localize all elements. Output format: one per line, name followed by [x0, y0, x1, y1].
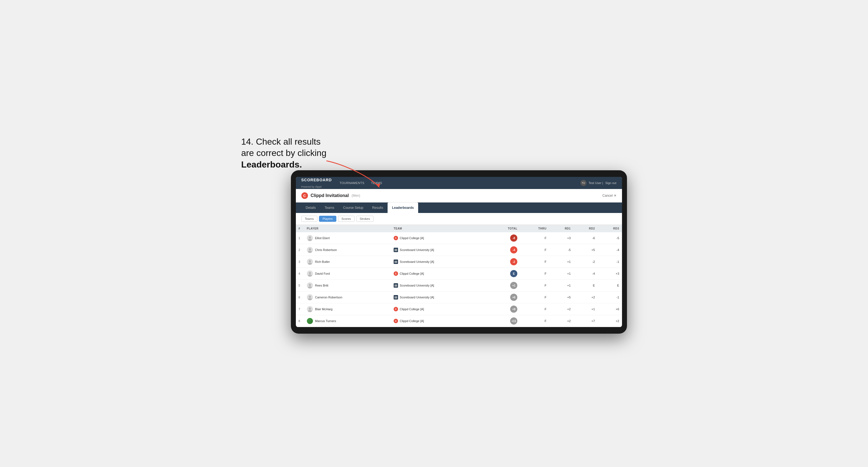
row-pos: 3	[296, 256, 304, 268]
row-total: -2	[488, 256, 520, 268]
tab-results[interactable]: Results	[368, 203, 388, 213]
svg-point-18	[308, 298, 312, 300]
row-team: Scoreboard University [A]	[391, 244, 488, 256]
nav-tournaments[interactable]: TOURNAMENTS	[340, 181, 365, 185]
svg-point-14	[309, 284, 311, 286]
row-team: CClippd College [A]	[391, 232, 488, 244]
col-thru: THRU	[520, 225, 549, 232]
svg-point-8	[309, 260, 311, 262]
sign-out-link[interactable]: Sign out	[605, 181, 616, 185]
svg-point-6	[308, 251, 312, 253]
tournament-title-row: C Clippd Invitational (Men)	[301, 192, 360, 199]
row-pos: 7	[296, 303, 304, 315]
row-player: David Ford	[304, 268, 391, 280]
row-pos: 5	[296, 280, 304, 291]
nav-teams[interactable]: TEAMS	[371, 181, 382, 185]
svg-point-2	[309, 237, 311, 239]
row-rd1: +2	[549, 303, 574, 315]
row-thru: F	[520, 303, 549, 315]
row-pos: 6	[296, 291, 304, 303]
row-pos: 4	[296, 268, 304, 280]
row-thru: F	[520, 280, 549, 291]
row-player: Chris Robertson	[304, 244, 391, 256]
filter-scores[interactable]: Scores	[338, 216, 354, 222]
row-team: CClippd College [A]	[391, 303, 488, 315]
row-rd1: -5	[549, 244, 574, 256]
filter-bar: Teams Players Scores Strokes	[296, 213, 622, 225]
tournament-category: (Men)	[351, 194, 360, 197]
tab-teams[interactable]: Teams	[320, 203, 339, 213]
svg-point-21	[308, 310, 312, 312]
row-total: +9	[488, 303, 520, 315]
user-avatar: TU	[581, 180, 586, 186]
row-thru: F	[520, 268, 549, 280]
tab-course-setup[interactable]: Course Setup	[339, 203, 368, 213]
tournament-logo: C	[301, 192, 308, 199]
col-rd3: RD3	[598, 225, 622, 232]
col-rd1: RD1	[549, 225, 574, 232]
row-team: Scoreboard University [A]	[391, 280, 488, 291]
svg-point-12	[308, 274, 312, 277]
row-rd1: +1	[549, 280, 574, 291]
nav-links: TOURNAMENTS TEAMS	[340, 181, 581, 185]
row-rd2: +2	[574, 291, 598, 303]
cancel-button[interactable]: Cancel ✕	[602, 194, 617, 197]
row-thru: F	[520, 315, 549, 327]
tournament-header: C Clippd Invitational (Men) Cancel ✕	[296, 189, 622, 203]
user-name: Test User |	[589, 181, 603, 185]
row-rd1: +1	[549, 268, 574, 280]
instruction-text: 14. Check all results are correct by cli…	[241, 136, 357, 170]
filter-strokes[interactable]: Strokes	[356, 216, 374, 222]
leaderboard-table: # PLAYER TEAM TOTAL THRU RD1 RD2 RD3	[296, 225, 622, 327]
tablet-screen: SCOREBOARD Powered by clippd TOURNAMENTS…	[296, 177, 622, 327]
row-total: -8	[488, 232, 520, 244]
row-thru: F	[520, 291, 549, 303]
row-rd2: -6	[574, 232, 598, 244]
table-row: 3Rich ButlerScoreboard University [A]-2F…	[296, 256, 622, 268]
row-rd3: +3	[598, 268, 622, 280]
row-player: Marcus Turners	[304, 315, 391, 327]
table-row: 1Elliot EbertCClippd College [A]-8F+3-6-…	[296, 232, 622, 244]
row-total: -4	[488, 244, 520, 256]
table-row: 4David FordCClippd College [A]EF+1-4+3	[296, 268, 622, 280]
tournament-name: Clippd Invitational	[311, 193, 349, 198]
brand-sub: Powered by clippd	[301, 185, 325, 188]
row-rd3: -1	[598, 291, 622, 303]
row-player: Elliot Ebert	[304, 232, 391, 244]
table-row: 8Marcus TurnersCClippd College [A]+11F+2…	[296, 315, 622, 327]
row-rd1: +1	[549, 256, 574, 268]
svg-point-11	[309, 272, 311, 274]
svg-point-17	[309, 295, 311, 298]
tab-bar: Details Teams Course Setup Results Leade…	[296, 203, 622, 213]
row-team: Scoreboard University [A]	[391, 291, 488, 303]
row-rd3: E	[598, 280, 622, 291]
row-rd3: -4	[598, 244, 622, 256]
table-body: 1Elliot EbertCClippd College [A]-8F+3-6-…	[296, 232, 622, 327]
row-rd1: +2	[549, 315, 574, 327]
row-rd2: -4	[574, 268, 598, 280]
row-rd3: -5	[598, 232, 622, 244]
svg-point-5	[309, 248, 311, 250]
filter-players[interactable]: Players	[319, 216, 336, 222]
row-player: Cameron Robertson	[304, 291, 391, 303]
filter-teams[interactable]: Teams	[301, 216, 317, 222]
row-thru: F	[520, 232, 549, 244]
top-navigation: SCOREBOARD Powered by clippd TOURNAMENTS…	[296, 177, 622, 189]
row-total: +11	[488, 315, 520, 327]
tab-leaderboards[interactable]: Leaderboards	[388, 203, 418, 213]
tablet-device: SCOREBOARD Powered by clippd TOURNAMENTS…	[291, 170, 627, 334]
row-pos: 2	[296, 244, 304, 256]
row-team: CClippd College [A]	[391, 315, 488, 327]
row-rd2: E	[574, 280, 598, 291]
table-row: 6Cameron RobertsonScoreboard University …	[296, 291, 622, 303]
row-rd2: +5	[574, 244, 598, 256]
nav-right: TU Test User | Sign out	[581, 180, 617, 186]
table-row: 7Blair McHargCClippd College [A]+9F+2+1+…	[296, 303, 622, 315]
col-pos: #	[296, 225, 304, 232]
table-header: # PLAYER TEAM TOTAL THRU RD1 RD2 RD3	[296, 225, 622, 232]
row-rd3: -1	[598, 256, 622, 268]
svg-point-15	[308, 286, 312, 288]
row-pos: 8	[296, 315, 304, 327]
row-rd3: +6	[598, 303, 622, 315]
tab-details[interactable]: Details	[301, 203, 320, 213]
